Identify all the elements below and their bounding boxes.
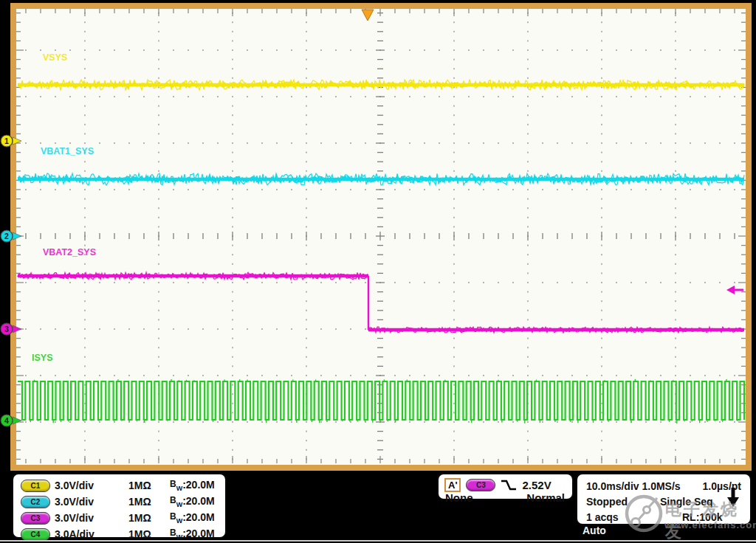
- ch2-settings-row[interactable]: C2 3.0V/div 1MΩ BW:20.0M: [13, 494, 225, 510]
- ch3-settings-row[interactable]: C3 3.0V/div 1MΩ BW:20.0M: [13, 510, 225, 526]
- watermark-logo-icon: [622, 485, 665, 539]
- ch2-trace-label: VBAT1_SYS: [41, 146, 94, 156]
- watermark: 电子发烧友 www.elecfans.com: [622, 481, 756, 543]
- ch1-trace-label: VSYS: [43, 52, 67, 63]
- trigger-source-row: A' C3 2.52V: [439, 474, 572, 492]
- ch1-settings-row[interactable]: C1 3.0V/div 1MΩ BW:20.0M: [13, 477, 225, 494]
- trigger-mode-left: None: [445, 491, 473, 504]
- trigger-level-value: 2.52V: [522, 479, 551, 491]
- trigger-mode-row: None Normal: [439, 491, 572, 504]
- ch4-impedance: 1MΩ: [128, 528, 170, 540]
- svg-text:4: 4: [4, 416, 9, 425]
- trigger-mode-right: Normal: [526, 491, 565, 504]
- holdoff-mode-label: Auto: [583, 525, 606, 536]
- falling-edge-icon: [501, 479, 517, 491]
- ch2-scale: 3.0V/div: [55, 496, 128, 508]
- svg-text:1: 1: [4, 136, 9, 145]
- ch1-scale: 3.0V/div: [55, 480, 128, 491]
- trigger-a-label: A': [444, 478, 461, 492]
- vertical-settings-panel: C1 3.0V/div 1MΩ BW:20.0M C2 3.0V/div 1MΩ…: [12, 473, 227, 539]
- trigger-readout-panel[interactable]: A' C3 2.52V None Normal: [437, 473, 574, 500]
- svg-text:2: 2: [4, 232, 9, 241]
- ch1-bandwidth: BW:20.0M: [170, 479, 225, 492]
- trigger-source-badge[interactable]: C3: [466, 479, 495, 491]
- ch2-impedance: 1MΩ: [128, 496, 170, 508]
- ch4-bandwidth: BW:20.0M: [170, 528, 225, 541]
- ch1-badge[interactable]: C1: [21, 480, 50, 492]
- ch4-scale: 3.0A/div: [55, 528, 128, 540]
- ch4-badge[interactable]: C4: [21, 528, 50, 541]
- ch4-trace-label: ISYS: [32, 353, 53, 363]
- ch3-impedance: 1MΩ: [128, 512, 170, 524]
- waveform-display: 1234 VSYS VBAT1_SYS VBAT2_SYS ISYS: [0, 0, 756, 478]
- ch3-scale: 3.0V/div: [55, 512, 128, 524]
- ch3-badge[interactable]: C3: [21, 512, 50, 525]
- svg-text:3: 3: [4, 325, 9, 333]
- ch1-impedance: 1MΩ: [128, 480, 170, 491]
- ch2-bandwidth: BW:20.0M: [170, 495, 225, 508]
- ch3-trace-label: VBAT2_SYS: [43, 247, 96, 257]
- oscilloscope-screen: { "render": { "frame": {"x0":15,"y0":5,"…: [0, 0, 756, 543]
- watermark-site-url: www.elecfans.com: [664, 519, 756, 530]
- ch2-badge[interactable]: C2: [21, 496, 50, 508]
- ch3-bandwidth: BW:20.0M: [170, 511, 225, 525]
